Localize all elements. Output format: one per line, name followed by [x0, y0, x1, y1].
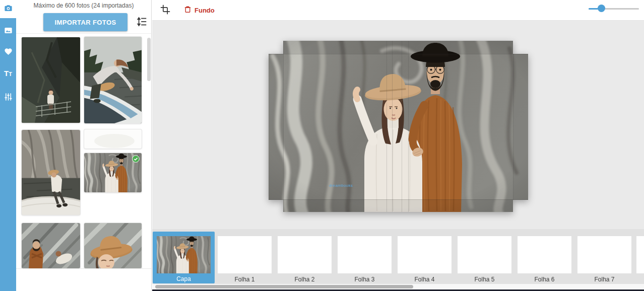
- canvas-toolbar: Fundo: [152, 0, 644, 21]
- trash-icon: [183, 5, 192, 15]
- filmstrip-page[interactable]: Folha 7: [574, 232, 634, 283]
- photos-panel-footer: [16, 268, 151, 291]
- bleed-left: [269, 54, 283, 199]
- filmstrip-page-partial[interactable]: [636, 236, 644, 273]
- page-thumbnail: [518, 236, 571, 273]
- photo-count-note: Máximo de 600 fotos (24 importadas): [16, 2, 151, 9]
- photos-panel: Máximo de 600 fotos (24 importadas) IMPO…: [16, 0, 152, 291]
- delete-background-button[interactable]: Fundo: [183, 4, 215, 16]
- photo-thumbnail-couple[interactable]: [84, 153, 142, 192]
- photo-thumbnail-hat-woman[interactable]: [84, 223, 142, 268]
- photo-thumbnail-marble-couple[interactable]: [22, 223, 80, 268]
- import-photos-button[interactable]: IMPORTAR FOTOS: [43, 13, 127, 31]
- spine-guide-1: [387, 41, 387, 212]
- spine-guide-2: [392, 41, 393, 212]
- filmstrip-page[interactable]: Folha 3: [335, 232, 395, 283]
- page-label: Folha 5: [455, 276, 514, 283]
- crop-icon: [160, 9, 170, 16]
- cover-spread-photo[interactable]: dreambooks: [269, 41, 528, 212]
- bleed-top: [283, 41, 513, 54]
- page-label: Folha 4: [395, 276, 455, 283]
- photo-thumbnail-white[interactable]: [84, 129, 142, 149]
- filmstrip-page[interactable]: Folha 4: [395, 232, 455, 283]
- filmstrip-page-cover[interactable]: Capa: [153, 232, 215, 283]
- delete-background-label: Fundo: [195, 7, 215, 14]
- rail-tab-text[interactable]: TT: [0, 64, 16, 83]
- filmstrip-scrollbar[interactable]: [152, 283, 644, 289]
- line-spacing-icon: [137, 21, 148, 29]
- text-icon: TT: [4, 69, 12, 78]
- photobook-editor-window: TT Máximo de 600 fotos (24 importadas) I…: [0, 0, 644, 291]
- rail-tab-layouts[interactable]: [0, 22, 16, 40]
- photos-scrollbar[interactable]: [147, 38, 151, 81]
- page-label: Folha 1: [215, 276, 275, 283]
- fold-guide-left: [283, 41, 284, 212]
- panel-divider: [16, 33, 151, 34]
- cover-page-thumbnail: [157, 236, 211, 273]
- bleed-bottom: [269, 199, 528, 212]
- filmstrip-scrollbar-thumb[interactable]: [155, 285, 413, 288]
- filmstrip-page[interactable]: Folha 5: [455, 232, 514, 283]
- spine-guide-3: [402, 41, 402, 212]
- photo-used-check-icon: [132, 155, 140, 163]
- tool-rail: TT: [0, 0, 16, 291]
- page-thumbnail: [278, 236, 332, 273]
- slider-thumb[interactable]: [598, 5, 605, 12]
- photo-thumbnail-boat-sit[interactable]: [22, 130, 80, 215]
- watermark-text: dreambooks: [329, 183, 353, 188]
- rail-tab-adjustments[interactable]: [0, 89, 16, 107]
- adjustments-icon: [4, 92, 13, 104]
- rail-tab-photos-camera[interactable]: [0, 0, 16, 18]
- page-thumbnail: [338, 236, 392, 273]
- sort-photos-button[interactable]: [136, 16, 148, 28]
- sheet-pages: Folha 1 Folha 2 Folha 3 Folha 4: [215, 232, 634, 283]
- page-label: Folha 3: [335, 276, 395, 283]
- couple-cover-photo: [269, 41, 528, 212]
- canvas-zoom-slider[interactable]: [589, 5, 639, 12]
- page-thumbnail: [577, 236, 631, 273]
- camera-icon: [4, 4, 13, 15]
- filmstrip-page[interactable]: Folha 6: [514, 232, 574, 283]
- bleed-right: [513, 54, 528, 199]
- photo-thumbnail-boat-lean[interactable]: [84, 37, 142, 123]
- page-label: Folha 2: [275, 276, 335, 283]
- filmstrip-page[interactable]: Folha 2: [275, 232, 335, 283]
- pages-filmstrip: Capa Folha 1 Folha 2 Folha 3: [152, 229, 644, 283]
- page-label: Folha 6: [514, 276, 574, 283]
- spine-guide-4: [408, 41, 409, 212]
- cover-page-label: Capa: [153, 275, 215, 282]
- crop-button[interactable]: [159, 4, 171, 16]
- photos-icon: [4, 26, 13, 37]
- fold-guide-bottom: [269, 199, 528, 200]
- heart-icon: [4, 47, 13, 58]
- page-label: Folha 7: [574, 276, 634, 283]
- page-thumbnail: [458, 236, 511, 273]
- cover-spread[interactable]: dreambooks: [269, 41, 528, 212]
- page-thumbnail: [398, 236, 452, 273]
- photo-thumbnail-cliff[interactable]: [22, 37, 80, 123]
- page-thumbnail: [218, 236, 272, 273]
- fold-guide-right: [513, 41, 513, 212]
- rail-tab-favorites[interactable]: [0, 43, 16, 61]
- fold-guide-top: [269, 54, 528, 54]
- filmstrip-page[interactable]: Folha 1: [215, 232, 275, 283]
